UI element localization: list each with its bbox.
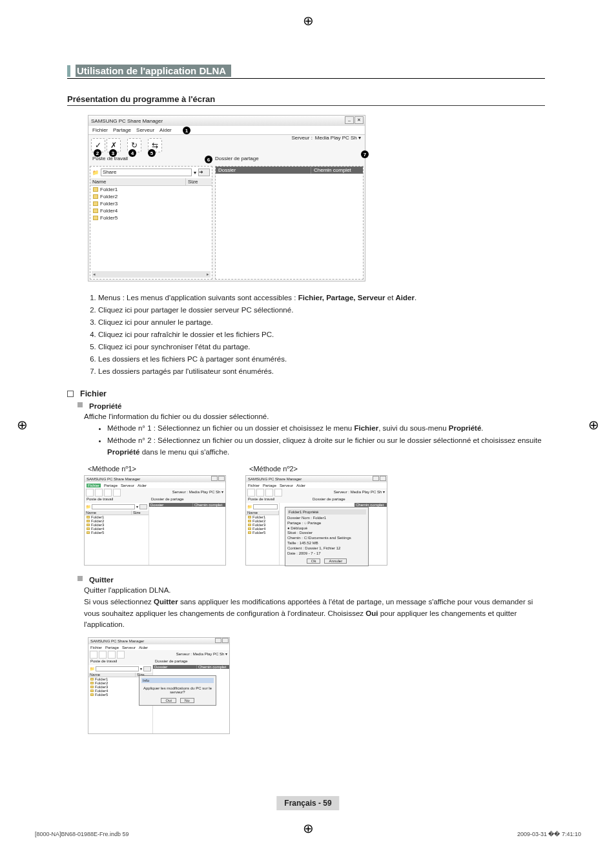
- page-title: Utilisation de l'application DLNA: [76, 65, 231, 77]
- square-bullet-icon: [67, 391, 74, 397]
- folder-row[interactable]: Folder2: [90, 193, 212, 200]
- folder-row[interactable]: Folder5: [85, 531, 149, 535]
- column-chemin[interactable]: Chemin complet: [311, 167, 363, 174]
- menu-serveur[interactable]: Serveur: [121, 484, 134, 487]
- folder-icon: [93, 216, 98, 220]
- menu-fichier[interactable]: Fichier: [87, 484, 101, 487]
- minimize-button[interactable]: [215, 638, 221, 643]
- screenshot-quit: SAMSUNG PC Share Manager FichierPartageS…: [88, 637, 230, 734]
- menu-fichier[interactable]: Fichier: [90, 646, 102, 650]
- close-button[interactable]: [222, 638, 229, 643]
- go-button[interactable]: [139, 504, 147, 509]
- section-subtitle: Présentation du programme à l'écran: [67, 94, 545, 106]
- screenshot-method2: SAMSUNG PC Share Manager FichierPartageS…: [245, 475, 387, 566]
- menu-partage[interactable]: Partage: [104, 484, 118, 487]
- method-list: Méthode n° 1 : Sélectionnez un fichier o…: [107, 423, 545, 458]
- column-dossier[interactable]: Dossier: [216, 167, 311, 174]
- folder-icon: [93, 194, 98, 199]
- screenshot-method1: SAMSUNG PC Share Manager FichierPartageS…: [84, 475, 226, 566]
- path-input[interactable]: Share: [101, 169, 192, 176]
- refresh-button[interactable]: [265, 489, 273, 496]
- folder-row[interactable]: Folder5: [90, 214, 212, 221]
- folder-row[interactable]: Folder5: [246, 531, 279, 535]
- description-list: Menus : Les menus d'application suivants…: [98, 292, 545, 378]
- quitter-text1: Quitter l'application DLNA.: [84, 585, 545, 597]
- column-name[interactable]: Name: [90, 178, 186, 185]
- sync-button[interactable]: [113, 489, 121, 496]
- close-button[interactable]: ✕: [354, 116, 364, 124]
- desc-item: Les dossiers et les fichiers PC à partag…: [98, 353, 545, 365]
- sync-button[interactable]: [274, 489, 282, 496]
- callout-6: 6: [205, 156, 212, 163]
- desc-item: Cliquez ici pour annuler le partage.: [98, 316, 545, 329]
- right-panel: Dossier Chemin complet: [215, 166, 364, 280]
- app-title: SAMSUNG PC Share Manager: [91, 118, 163, 124]
- menu-serveur[interactable]: Serveur: [136, 127, 154, 133]
- server-dropdown[interactable]: Media Play PC Sh ▾: [315, 135, 361, 141]
- server-dropdown[interactable]: Media Play PC Sh ▾: [351, 490, 385, 494]
- share-button[interactable]: [247, 489, 255, 496]
- server-dropdown[interactable]: Media Play PC Sh ▾: [189, 490, 223, 494]
- title-marker: [67, 65, 70, 77]
- server-dropdown[interactable]: Media Play PC Sh ▾: [193, 652, 227, 656]
- refresh-button[interactable]: [108, 651, 116, 659]
- menu-partage[interactable]: Partage: [263, 484, 276, 487]
- menu-aider[interactable]: Aider: [296, 484, 305, 487]
- print-info-left: [8000-NA]BN68-01988E-Fre.indb 59: [35, 831, 129, 837]
- menu-serveur[interactable]: Serveur: [122, 646, 136, 650]
- sync-button[interactable]: [117, 651, 125, 659]
- path-input[interactable]: [96, 666, 139, 671]
- close-button[interactable]: [218, 476, 225, 481]
- folder-icon: [93, 201, 98, 206]
- minimize-button[interactable]: [211, 476, 218, 481]
- go-button[interactable]: ➜: [198, 169, 210, 176]
- right-panel-label: Dossier de partage: [211, 156, 365, 165]
- minimize-button[interactable]: [373, 476, 379, 481]
- path-input[interactable]: [253, 504, 278, 509]
- unshare-button[interactable]: [95, 489, 103, 496]
- server-label: Serveur :: [291, 135, 312, 141]
- scrollbar[interactable]: ◂▸: [92, 271, 210, 278]
- folder-row[interactable]: Folder4: [90, 207, 212, 214]
- refresh-button[interactable]: [104, 489, 112, 496]
- menu-serveur[interactable]: Serveur: [280, 484, 293, 487]
- subsection-quitter: Quitter: [77, 576, 545, 584]
- desc-item: Cliquez ici pour partager le dossier ser…: [98, 304, 545, 316]
- share-button[interactable]: [86, 489, 94, 496]
- menu-aider[interactable]: Aider: [138, 484, 147, 487]
- left-panel: 📁 Share ▾ ➜ Name Size Folder1 Folder2 Fo…: [90, 166, 212, 280]
- page-title-bar: Utilisation de l'application DLNA: [67, 65, 545, 79]
- method1-caption: <Méthode nº1>: [88, 465, 226, 473]
- path-dropdown-icon[interactable]: ▾: [136, 504, 138, 509]
- ok-button[interactable]: Ok: [307, 558, 321, 564]
- path-dropdown-icon[interactable]: ▾: [194, 170, 196, 176]
- menu-aider[interactable]: Aider: [159, 127, 172, 133]
- desc-item: Cliquez ici pour rafraîchir le dossier e…: [98, 329, 545, 341]
- cancel-button[interactable]: Annuler: [324, 558, 347, 564]
- path-input[interactable]: [92, 504, 135, 509]
- screenshot-main: SAMSUNG PC Share Manager – ✕ Fichier Par…: [88, 115, 365, 281]
- menu-partage[interactable]: Partage: [105, 646, 119, 650]
- yes-button[interactable]: Oui: [161, 698, 176, 703]
- unshare-button[interactable]: [256, 489, 264, 496]
- menu-partage[interactable]: Partage: [113, 127, 131, 133]
- menu-fichier[interactable]: Fichier: [92, 127, 108, 133]
- share-button[interactable]: [90, 651, 98, 659]
- menu-fichier[interactable]: Fichier: [248, 484, 260, 487]
- folder-row[interactable]: Folder3: [90, 200, 212, 207]
- desc-item: Cliquez ici pour synchroniser l'état du …: [98, 341, 545, 353]
- no-button[interactable]: No: [180, 698, 194, 703]
- column-size[interactable]: Size: [186, 178, 212, 185]
- square-bullet-small-icon: [77, 402, 83, 407]
- menu-aider[interactable]: Aider: [139, 646, 148, 650]
- minimize-button[interactable]: –: [345, 116, 354, 124]
- folder-icon: [93, 187, 98, 192]
- go-button[interactable]: [143, 666, 151, 671]
- close-button[interactable]: [380, 476, 386, 481]
- folder-row[interactable]: Folder1: [90, 186, 212, 193]
- unshare-button[interactable]: [99, 651, 107, 659]
- desc-item: Menus : Les menus d'application suivants…: [98, 292, 545, 304]
- registration-mark: ⊕: [303, 821, 314, 836]
- path-dropdown-icon[interactable]: ▾: [140, 666, 142, 671]
- window-titlebar: SAMSUNG PC Share Manager – ✕: [88, 116, 365, 126]
